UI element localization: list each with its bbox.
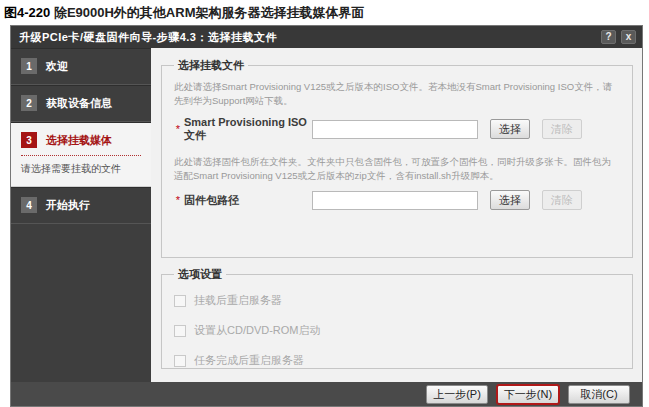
help-icon[interactable]: ?: [601, 30, 616, 44]
checkbox-icon: [174, 295, 186, 307]
firmware-path-input[interactable]: [312, 191, 478, 210]
step-label: 开始执行: [46, 198, 90, 213]
dialog-title: 升级PCIe卡/硬盘固件向导-步骤4.3：选择挂载文件: [19, 30, 596, 45]
step-label: 选择挂载媒体: [46, 133, 112, 148]
iso-description: 此处请选择Smart Provisioning V125或之后版本的ISO文件。…: [174, 80, 620, 109]
step-number-badge: 4: [21, 197, 37, 213]
step-number-badge: 3: [21, 132, 37, 148]
checkbox-label: 设置从CD/DVD-ROM启动: [194, 323, 321, 338]
previous-step-button[interactable]: 上一步(P): [426, 385, 488, 404]
iso-field-label: Smart Provisioning ISO文件: [184, 116, 312, 143]
firmware-clear-button: 清除: [542, 190, 582, 210]
figure-title: 除E9000H外的其他ARM架构服务器选择挂载媒体界面: [54, 5, 365, 20]
step-item-device-info[interactable]: 2 获取设备信息: [11, 85, 151, 122]
main-content: 选择挂载文件 此处请选择Smart Provisioning V125或之后版本…: [151, 48, 642, 382]
cancel-button[interactable]: 取消(C): [568, 385, 630, 404]
required-mark: *: [172, 194, 184, 206]
checkbox-label: 挂载后重启服务器: [194, 293, 282, 308]
figure-caption: 图4-220 除E9000H外的其他ARM架构服务器选择挂载媒体界面: [0, 0, 649, 24]
step-item-execute[interactable]: 4 开始执行: [11, 187, 151, 224]
step-number-badge: 2: [21, 95, 37, 111]
step-number-badge: 1: [21, 58, 37, 74]
step-active-divider: [21, 155, 141, 156]
iso-file-input[interactable]: [312, 120, 478, 139]
iso-clear-button: 清除: [542, 119, 582, 139]
dialog-body: 1 欢迎 2 获取设备信息 3 选择挂载媒体 请选择需要挂载的文件: [11, 48, 642, 382]
step-subtitle: 请选择需要挂载的文件: [21, 162, 141, 176]
iso-field-row: * Smart Provisioning ISO文件 选择 清除: [172, 116, 622, 143]
figure-label: 图4-220: [4, 5, 50, 20]
next-step-button[interactable]: 下一步(N): [497, 385, 559, 404]
firmware-select-button[interactable]: 选择: [490, 190, 530, 210]
firmware-description: 此处请选择固件包所在文件夹。文件夹中只包含固件包，可放置多个固件包，同时升级多张…: [174, 155, 620, 184]
iso-select-button[interactable]: 选择: [490, 119, 530, 139]
firmware-path-label: 固件包路径: [184, 193, 312, 208]
wizard-steps-sidebar: 1 欢迎 2 获取设备信息 3 选择挂载媒体 请选择需要挂载的文件: [11, 48, 151, 382]
dialog-titlebar: 升级PCIe卡/硬盘固件向导-步骤4.3：选择挂载文件 ? x: [11, 26, 642, 48]
checkbox-row-boot-from-cd: 设置从CD/DVD-ROM启动: [174, 323, 620, 338]
checkbox-icon: [174, 355, 186, 367]
wizard-dialog: 升级PCIe卡/硬盘固件向导-步骤4.3：选择挂载文件 ? x 1 欢迎 2 获…: [10, 25, 643, 407]
step-label: 欢迎: [46, 59, 68, 74]
checkbox-label: 任务完成后重启服务器: [194, 353, 304, 368]
checkbox-row-restart-after-mount: 挂载后重启服务器: [174, 293, 620, 308]
mount-file-group-legend: 选择挂载文件: [174, 58, 248, 73]
step-label: 获取设备信息: [46, 96, 112, 111]
close-icon[interactable]: x: [621, 30, 636, 44]
checkbox-icon: [174, 325, 186, 337]
step-item-select-media-active[interactable]: 3 选择挂载媒体 请选择需要挂载的文件: [11, 122, 151, 187]
checkbox-row-restart-after-task: 任务完成后重启服务器: [174, 353, 620, 368]
options-group-legend: 选项设置: [174, 267, 226, 282]
dialog-footer: 上一步(P) 下一步(N) 取消(C): [11, 382, 642, 406]
required-mark: *: [172, 123, 184, 135]
step-item-welcome[interactable]: 1 欢迎: [11, 48, 151, 85]
options-group: 选项设置 挂载后重启服务器 设置从CD/DVD-ROM启动 任务完成后重启服务器…: [161, 267, 633, 369]
firmware-field-row: * 固件包路径 选择 清除: [172, 190, 622, 210]
mount-file-group: 选择挂载文件 此处请选择Smart Provisioning V125或之后版本…: [161, 58, 633, 258]
